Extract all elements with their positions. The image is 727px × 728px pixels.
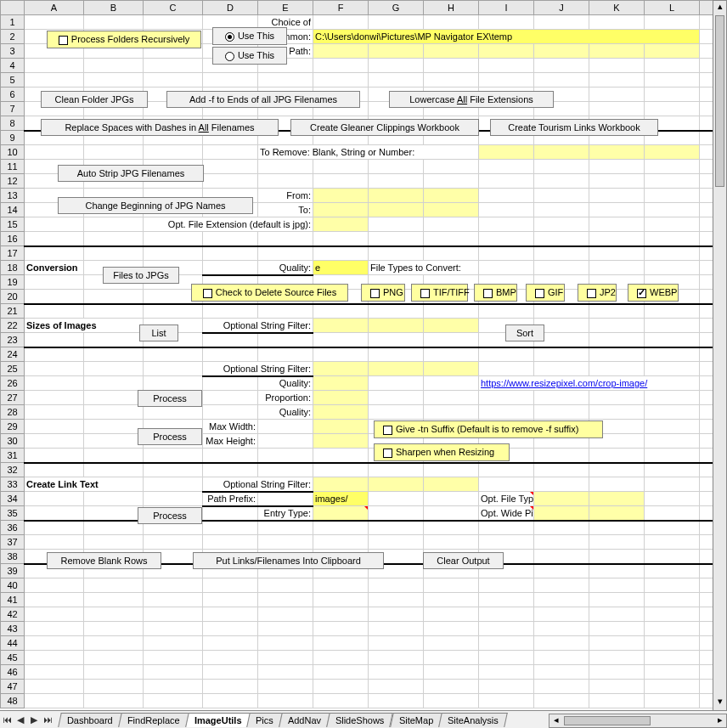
cell-M1[interactable] bbox=[700, 15, 713, 30]
cell-C40[interactable] bbox=[144, 578, 203, 593]
cell-E24[interactable] bbox=[258, 347, 313, 362]
sheet-tab-dashboard[interactable]: Dashboard bbox=[58, 713, 121, 727]
cell-J47[interactable] bbox=[534, 680, 589, 694]
col-header-C[interactable]: C bbox=[144, 1, 203, 15]
cell-A20[interactable] bbox=[25, 290, 84, 304]
process-folders-recursively-checkbox[interactable]: Process Folders Recursively bbox=[47, 31, 201, 48]
cell-B46[interactable] bbox=[84, 665, 144, 680]
cell-F35[interactable] bbox=[313, 506, 369, 521]
col-header-corner[interactable] bbox=[1, 1, 25, 15]
cell-I33[interactable] bbox=[479, 477, 534, 492]
row-header-8[interactable]: 8 bbox=[1, 116, 25, 131]
cell-G36[interactable] bbox=[369, 521, 424, 535]
cell-A24[interactable] bbox=[25, 347, 84, 362]
cell-F40[interactable] bbox=[313, 578, 369, 593]
cell-E16[interactable] bbox=[258, 232, 313, 246]
cell-F43[interactable] bbox=[313, 622, 369, 636]
cell-K17[interactable] bbox=[589, 246, 645, 261]
cell-E34[interactable] bbox=[258, 492, 313, 506]
cell-A4[interactable] bbox=[25, 59, 84, 73]
cell-K4[interactable] bbox=[589, 59, 645, 73]
cell-F21[interactable] bbox=[313, 304, 369, 319]
cell-F24[interactable] bbox=[313, 347, 369, 362]
cell-L12[interactable] bbox=[645, 174, 700, 189]
row-header-42[interactable]: 42 bbox=[1, 607, 25, 622]
cell-F45[interactable] bbox=[313, 651, 369, 665]
cell-C15[interactable]: Opt. File Extension (default is jpg): bbox=[144, 217, 313, 232]
cell-G14[interactable] bbox=[369, 203, 424, 217]
cell-H41[interactable] bbox=[424, 593, 479, 607]
cell-J36[interactable] bbox=[534, 521, 589, 535]
row-header-17[interactable]: 17 bbox=[1, 246, 25, 261]
cell-D17[interactable] bbox=[203, 246, 258, 261]
cell-D40[interactable] bbox=[203, 578, 258, 593]
cell-A43[interactable] bbox=[25, 622, 84, 636]
cell-J17[interactable] bbox=[534, 246, 589, 261]
cell-J48[interactable] bbox=[534, 694, 589, 708]
cell-M25[interactable] bbox=[700, 362, 713, 376]
cell-A48[interactable] bbox=[25, 694, 84, 708]
cell-J43[interactable] bbox=[534, 622, 589, 636]
cell-L7[interactable] bbox=[645, 102, 700, 116]
lowercase-button[interactable]: Lowercase All File Extensions bbox=[389, 91, 554, 108]
process-button-1[interactable]: Process bbox=[138, 390, 202, 407]
cell-A23[interactable] bbox=[25, 333, 84, 347]
row-header-35[interactable]: 35 bbox=[1, 506, 25, 521]
cell-I13[interactable] bbox=[479, 189, 534, 203]
cell-M12[interactable] bbox=[700, 174, 713, 189]
cell-J42[interactable] bbox=[534, 607, 589, 622]
cell-A37[interactable] bbox=[25, 535, 84, 550]
row-header-26[interactable]: 26 bbox=[1, 376, 25, 391]
col-header-K[interactable]: K bbox=[589, 1, 645, 15]
sheet-tab-siteanalysis[interactable]: SiteAnalysis bbox=[438, 713, 508, 727]
cell-I36[interactable] bbox=[479, 521, 534, 535]
cell-J10[interactable] bbox=[534, 145, 589, 160]
cell-G47[interactable] bbox=[369, 680, 424, 694]
cell-B15[interactable] bbox=[84, 217, 144, 232]
cell-C31[interactable] bbox=[144, 449, 203, 463]
cell-H5[interactable] bbox=[424, 73, 479, 87]
cell-M28[interactable] bbox=[700, 405, 713, 420]
cell-L42[interactable] bbox=[645, 607, 700, 622]
cell-C37[interactable] bbox=[144, 535, 203, 550]
tn-suffix-checkbox[interactable]: Give -tn Suffix (Default is to remove -f… bbox=[374, 420, 603, 438]
row-header-4[interactable]: 4 bbox=[1, 59, 25, 73]
cell-E21[interactable] bbox=[258, 304, 313, 319]
cell-H12[interactable] bbox=[424, 174, 479, 189]
cell-F4[interactable] bbox=[313, 59, 369, 73]
cell-B4[interactable] bbox=[84, 59, 144, 73]
cell-E41[interactable] bbox=[258, 593, 313, 607]
row-header-15[interactable]: 15 bbox=[1, 217, 25, 232]
cell-M35[interactable] bbox=[700, 506, 713, 521]
cell-J31[interactable] bbox=[534, 449, 589, 463]
cell-J1[interactable] bbox=[534, 15, 589, 30]
cell-I43[interactable] bbox=[479, 622, 534, 636]
cell-L29[interactable] bbox=[645, 420, 700, 434]
cell-G16[interactable] bbox=[369, 232, 424, 246]
col-header-J[interactable]: J bbox=[534, 1, 589, 15]
col-header-D[interactable]: D bbox=[203, 1, 258, 15]
cell-G11[interactable] bbox=[369, 160, 424, 174]
cell-E46[interactable] bbox=[258, 665, 313, 680]
cell-I41[interactable] bbox=[479, 593, 534, 607]
cell-M5[interactable] bbox=[700, 73, 713, 87]
cell-C17[interactable] bbox=[144, 246, 203, 261]
cell-H28[interactable] bbox=[424, 405, 479, 420]
cell-L34[interactable] bbox=[645, 492, 700, 506]
row-header-10[interactable]: 10 bbox=[1, 145, 25, 160]
cell-E37[interactable] bbox=[258, 535, 313, 550]
cell-F23[interactable] bbox=[313, 333, 369, 347]
cell-I14[interactable] bbox=[479, 203, 534, 217]
cell-F32[interactable] bbox=[313, 463, 369, 477]
cell-H25[interactable] bbox=[424, 362, 479, 376]
row-header-28[interactable]: 28 bbox=[1, 405, 25, 420]
cell-M29[interactable] bbox=[700, 420, 713, 434]
cell-H27[interactable] bbox=[424, 391, 479, 405]
cell-K24[interactable] bbox=[589, 347, 645, 362]
cell-M10[interactable] bbox=[700, 145, 713, 160]
cell-M2[interactable] bbox=[700, 30, 713, 44]
cell-K48[interactable] bbox=[589, 694, 645, 708]
cell-G25[interactable] bbox=[369, 362, 424, 376]
cell-K12[interactable] bbox=[589, 174, 645, 189]
row-header-34[interactable]: 34 bbox=[1, 492, 25, 506]
